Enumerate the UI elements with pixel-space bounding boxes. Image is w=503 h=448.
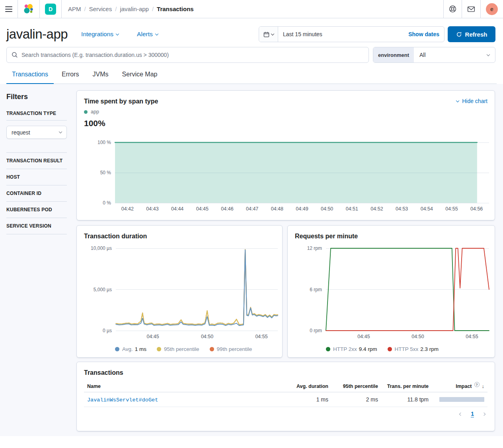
integrations-dropdown[interactable]: Integrations — [81, 31, 119, 38]
facet-host[interactable]: HOST — [6, 169, 67, 185]
main-content: Time spent by span type Hide chart app 1… — [76, 90, 495, 431]
breadcrumb-separator: / — [115, 6, 117, 12]
col-95th[interactable]: 95th percentile — [328, 384, 378, 389]
user-menu[interactable]: e — [480, 0, 503, 18]
sort-desc-icon: ↓ — [482, 383, 485, 389]
tab-jvms[interactable]: JVMs — [87, 70, 114, 84]
transaction-duration-chart[interactable]: 10,000 µs5,000 µs0 µs04:4504:5004:55 — [116, 248, 278, 331]
elastic-logo[interactable] — [18, 0, 40, 18]
http5xx-legend-dot — [388, 347, 392, 351]
legend-item-http2xx[interactable]: HTTP 2xx 9.4 rpm — [326, 346, 377, 352]
chevron-down-icon — [116, 32, 119, 35]
tab-service-map[interactable]: Service Map — [117, 70, 163, 84]
help-button[interactable] — [443, 0, 462, 18]
environment-filter: environment All — [373, 47, 495, 63]
previous-page-button[interactable] — [459, 412, 462, 415]
refresh-button[interactable]: Refresh — [448, 26, 495, 42]
breadcrumb-current: Transactions — [157, 6, 194, 12]
calendar-menu-button[interactable] — [259, 27, 278, 42]
impact-help-icon[interactable]: ? — [474, 382, 480, 387]
time-spent-title: Time spent by span type — [84, 98, 158, 105]
search-icon — [12, 52, 18, 58]
tab-errors[interactable]: Errors — [56, 70, 85, 84]
hide-chart-link[interactable]: Hide chart — [456, 98, 487, 104]
elastic-logo-icon — [23, 4, 34, 15]
show-dates-link[interactable]: Show dates — [408, 31, 444, 37]
breadcrumb: APM / Services / javalin-app / Transacti… — [62, 0, 200, 18]
mail-icon — [467, 6, 475, 13]
cell-tpm: 11.8 tpm — [378, 396, 429, 403]
workspace: Filters TRANSACTION TYPE request TRANSAC… — [0, 84, 503, 436]
space-switcher[interactable]: D — [40, 0, 62, 18]
requests-per-minute-chart[interactable]: 12 rpm6 rpm0 rpm04:4504:5004:55 — [326, 248, 489, 331]
environment-label: environment — [373, 47, 414, 62]
breadcrumb-separator: / — [152, 6, 154, 12]
legend-item-avg[interactable]: Avg. 1 ms — [115, 346, 146, 352]
breadcrumb-service[interactable]: javalin-app — [120, 6, 149, 12]
legend-item-p95[interactable]: 95th percentile — [157, 346, 199, 352]
newsfeed-button[interactable] — [462, 0, 480, 18]
transaction-type-select[interactable]: request — [6, 126, 67, 139]
tab-bar: Transactions Errors JVMs Service Map — [6, 70, 497, 84]
impact-bar-track — [439, 397, 484, 402]
chevron-down-icon — [456, 99, 459, 102]
page-title: javalin-app — [6, 27, 68, 42]
duration-legend: Avg. 1 ms 95th percentile 99th percentil… — [115, 346, 252, 352]
tab-transactions[interactable]: Transactions — [6, 70, 54, 84]
time-spent-chart[interactable]: 100 %50 %0 %04:4204:4304:4404:4504:4604:… — [115, 142, 489, 203]
legend-item-http5xx[interactable]: HTTP 5xx 2.3 rpm — [388, 346, 439, 352]
search-input[interactable] — [21, 52, 364, 58]
rpm-legend: HTTP 2xx 9.4 rpm HTTP 5xx 2.3 rpm — [326, 346, 439, 352]
col-name[interactable]: Name — [84, 384, 281, 389]
facet-service-version[interactable]: SERVICE VERSION — [6, 218, 67, 234]
requests-per-minute-card: Requests per minute 12 rpm6 rpm0 rpm04:4… — [287, 225, 495, 358]
pagination: 1 — [84, 411, 487, 417]
p99-legend-dot — [210, 347, 214, 351]
next-page-button[interactable] — [482, 412, 485, 415]
breadcrumb-apm[interactable]: APM — [68, 6, 81, 12]
environment-select[interactable]: All — [414, 47, 495, 62]
calendar-icon — [263, 31, 269, 37]
menu-button[interactable] — [0, 0, 18, 18]
lifebuoy-icon — [449, 5, 456, 13]
facet-transaction-result[interactable]: TRANSACTION RESULT — [6, 153, 67, 169]
date-picker: Last 15 minutes Show dates — [259, 26, 445, 42]
time-spent-legend[interactable]: app — [84, 109, 487, 115]
impact-bar — [439, 397, 484, 402]
avg-legend-dot — [115, 347, 119, 351]
table-row: JavalinWsServlet#doGet 1 ms 2 ms 11.8 tp… — [84, 392, 487, 407]
chevron-down-icon — [155, 32, 158, 35]
time-range-value[interactable]: Last 15 minutes — [278, 31, 408, 37]
app-legend-dot — [84, 110, 88, 114]
hamburger-icon — [5, 6, 12, 12]
col-tpm[interactable]: Trans. per minute — [378, 384, 429, 389]
table-header-row: Name Avg. duration 95th percentile Trans… — [84, 380, 487, 392]
refresh-icon — [456, 31, 462, 37]
service-header: javalin-app Integrations Alerts Last 15 … — [0, 18, 503, 42]
facet-list: TRANSACTION RESULT HOST CONTAINER ID KUB… — [6, 152, 67, 234]
search-box — [6, 47, 369, 63]
legend-item-p99[interactable]: 99th percentile — [210, 346, 252, 352]
avatar: e — [486, 3, 498, 15]
transaction-type-label: TRANSACTION TYPE — [6, 111, 67, 116]
breadcrumb-separator: / — [84, 6, 86, 12]
page-number[interactable]: 1 — [471, 411, 474, 417]
chevron-down-icon — [487, 53, 490, 56]
p95-legend-dot — [157, 347, 161, 351]
filters-sidebar: Filters TRANSACTION TYPE request TRANSAC… — [6, 90, 67, 234]
breadcrumb-services[interactable]: Services — [89, 6, 112, 12]
time-spent-max-value: 100% — [84, 119, 487, 128]
space-badge: D — [45, 4, 56, 15]
col-impact[interactable]: Impact ? ↓ — [429, 383, 487, 389]
filters-title: Filters — [6, 93, 67, 101]
col-avg-duration[interactable]: Avg. duration — [281, 384, 328, 389]
transaction-duration-card: Transaction duration 10,000 µs5,000 µs0 … — [76, 225, 283, 358]
chevron-down-icon — [271, 32, 274, 35]
http2xx-legend-dot — [326, 347, 330, 351]
facet-container-id[interactable]: CONTAINER ID — [6, 185, 67, 202]
transaction-link[interactable]: JavalinWsServlet#doGet — [87, 397, 158, 403]
duration-title: Transaction duration — [84, 233, 147, 240]
cell-95th: 2 ms — [328, 396, 378, 403]
facet-kubernetes-pod[interactable]: KUBERNETES POD — [6, 202, 67, 218]
alerts-dropdown[interactable]: Alerts — [137, 31, 158, 38]
